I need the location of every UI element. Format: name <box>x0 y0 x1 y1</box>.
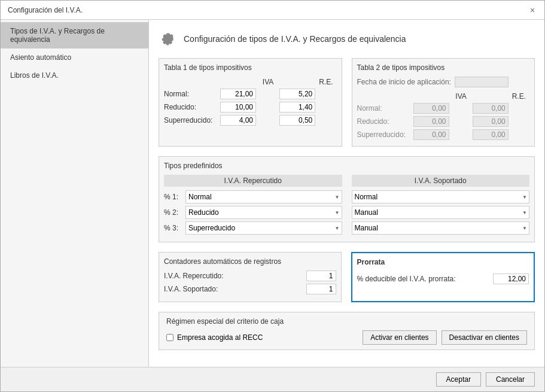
sidebar-item-libros[interactable]: Libros de I.V.A. <box>1 66 148 84</box>
window-title: Configuración del I.V.A. <box>8 6 83 14</box>
predefined-row-repercutido: % 1: NormalReducidoSuperreducidoManual <box>164 190 342 203</box>
predefined-row-soportado: NormalReducidoSuperreducidoManual <box>352 206 530 219</box>
cancel-button[interactable]: Cancelar <box>486 372 535 387</box>
sidebar-item-asiento[interactable]: Asiento automático <box>1 48 148 66</box>
tabla2-re-input[interactable] <box>473 103 509 114</box>
title-bar: Configuración del I.V.A. × <box>1 1 544 20</box>
tabla1-iva-input[interactable] <box>220 102 256 113</box>
recc-checkbox[interactable] <box>166 334 173 341</box>
recc-section: Régimen especial del criterio de caja Em… <box>159 312 535 350</box>
recc-right: Activar en clientes Desactivar en client… <box>363 330 527 345</box>
close-button[interactable]: × <box>528 5 537 15</box>
prorrata-row: % deducible del I.V.A. prorrata: <box>357 274 529 284</box>
tabla2-re-input[interactable] <box>473 129 509 140</box>
sidebar: Tipos de I.V.A. y Recargos de equivalenc… <box>1 20 149 367</box>
tabla2-table: IVA R.E. Normal: Reducido: Superreducido… <box>357 91 530 141</box>
predefined-title: Tipos predefinidos <box>164 162 529 170</box>
tabla2-row-label: Normal: <box>357 102 411 115</box>
tabla1-table: IVA R.E. Normal: Reducido: Superreducido… <box>164 77 337 127</box>
counter-row: I.V.A. Soportado: <box>164 284 336 294</box>
soportado-select[interactable]: NormalReducidoSuperreducidoManual <box>352 221 530 235</box>
predefined-row-soportado: NormalReducidoSuperreducidoManual <box>352 221 530 235</box>
repercutido-select[interactable]: NormalReducidoSuperreducidoManual <box>185 190 342 203</box>
prorrata-box: Prorrata % deducible del I.V.A. prorrata… <box>351 252 535 302</box>
tabla1-row-label: Superreducido: <box>164 114 218 127</box>
repercutido-select-wrapper: NormalReducidoSuperreducidoManual <box>185 206 342 219</box>
repercutido-select-wrapper: NormalReducidoSuperreducidoManual <box>185 221 342 235</box>
tabla2-col-re: R.E. <box>470 91 529 102</box>
deactivate-clients-button[interactable]: Desactivar en clientes <box>442 330 527 345</box>
sidebar-item-tipos-iva[interactable]: Tipos de I.V.A. y Recargos de equivalenc… <box>1 22 148 48</box>
tabla1-re-input[interactable] <box>279 89 315 99</box>
tabla2-col-iva: IVA <box>411 91 470 102</box>
tabla1-row: Superreducido: <box>164 114 337 127</box>
window-body: Tipos de I.V.A. y Recargos de equivalenc… <box>1 20 544 367</box>
predefined-col-soportado: I.V.A. Soportado NormalReducidoSuperredu… <box>352 175 530 237</box>
tabla2-iva-input[interactable] <box>413 116 449 127</box>
tabla2-row: Superreducido: <box>357 128 530 141</box>
soportado-select-wrapper: NormalReducidoSuperreducidoManual <box>352 190 530 203</box>
bottom-row: Contadores automáticos de registros I.V.… <box>159 252 535 302</box>
tabla2-row: Reducido: <box>357 115 530 128</box>
recc-title: Régimen especial del criterio de caja <box>166 317 527 326</box>
recc-checkbox-label: Empresa acogida al RECC <box>177 333 263 342</box>
section-title: Configuración de tipos de I.V.A. y Recar… <box>184 34 406 44</box>
tabla1-re-input[interactable] <box>279 102 315 113</box>
predefined-col-repercutido: I.V.A. Repercutido % 1: NormalReducidoSu… <box>164 175 342 237</box>
prorrata-title: Prorrata <box>357 258 529 266</box>
soportado-select-wrapper: NormalReducidoSuperreducidoManual <box>352 206 530 219</box>
tables-row: Tabla 1 de tipos impositivos IVA R.E. No… <box>159 58 535 147</box>
recc-left: Empresa acogida al RECC <box>166 333 263 342</box>
sidebar-item-libros-label: Libros de I.V.A. <box>10 71 59 80</box>
tabla2-title: Tabla 2 de tipos impositivos <box>357 63 530 72</box>
activate-clients-button[interactable]: Activar en clientes <box>363 330 436 345</box>
gear-icon <box>159 29 178 48</box>
tabla1-title: Tabla 1 de tipos impositivos <box>164 63 337 72</box>
soportado-select[interactable]: NormalReducidoSuperreducidoManual <box>352 206 530 219</box>
tabla2-iva-input[interactable] <box>413 103 449 114</box>
counter-row: I.V.A. Repercutido: <box>164 271 336 281</box>
sidebar-item-tipos-iva-label: Tipos de I.V.A. y Recargos de equivalenc… <box>10 27 105 44</box>
predefined-row-repercutido: % 3: NormalReducidoSuperreducidoManual <box>164 221 342 235</box>
predefined-label: % 2: <box>164 208 185 217</box>
tabla1-row: Reducido: <box>164 101 337 114</box>
tabla1-row-label: Normal: <box>164 87 218 101</box>
tabla2-row-label: Superreducido: <box>357 128 411 141</box>
tabla1-box: Tabla 1 de tipos impositivos IVA R.E. No… <box>159 58 342 147</box>
tabla1-iva-input[interactable] <box>220 115 256 126</box>
tabla2-row: Normal: <box>357 102 530 115</box>
tabla2-re-input[interactable] <box>473 116 509 127</box>
counter-input[interactable] <box>306 284 336 294</box>
predefined-label: % 3: <box>164 224 185 232</box>
tabla1-col-re: R.E. <box>277 77 336 87</box>
tabla2-row-label: Reducido: <box>357 115 411 128</box>
repercutido-select[interactable]: NormalReducidoSuperreducidoManual <box>185 221 342 235</box>
predefined-inner: I.V.A. Repercutido % 1: NormalReducidoSu… <box>164 175 529 237</box>
prorrata-input[interactable] <box>493 274 529 284</box>
predefined-col-repercutido-header: I.V.A. Repercutido <box>164 175 342 187</box>
date-label: Fecha de inicio de aplicación: <box>357 78 451 86</box>
date-input[interactable] <box>455 77 509 87</box>
predefined-row-soportado: NormalReducidoSuperreducidoManual <box>352 190 530 203</box>
accept-button[interactable]: Aceptar <box>436 372 481 387</box>
sidebar-item-asiento-label: Asiento automático <box>10 53 71 62</box>
tabla2-iva-input[interactable] <box>413 129 449 140</box>
counter-label: I.V.A. Repercutido: <box>164 272 306 280</box>
counter-label: I.V.A. Soportado: <box>164 285 306 293</box>
predefined-section: Tipos predefinidos I.V.A. Repercutido % … <box>159 156 535 242</box>
predefined-col-soportado-header: I.V.A. Soportado <box>352 175 530 187</box>
section-header: Configuración de tipos de I.V.A. y Recar… <box>159 29 535 48</box>
repercutido-select-wrapper: NormalReducidoSuperreducidoManual <box>185 190 342 203</box>
main-window: Configuración del I.V.A. × Tipos de I.V.… <box>0 0 545 392</box>
prorrata-label: % deducible del I.V.A. prorrata: <box>357 275 494 283</box>
soportado-select[interactable]: NormalReducidoSuperreducidoManual <box>352 190 530 203</box>
predefined-row-repercutido: % 2: NormalReducidoSuperreducidoManual <box>164 206 342 219</box>
repercutido-select[interactable]: NormalReducidoSuperreducidoManual <box>185 206 342 219</box>
footer: Aceptar Cancelar <box>1 367 544 391</box>
tabla1-iva-input[interactable] <box>220 89 256 99</box>
date-row: Fecha de inicio de aplicación: <box>357 77 530 87</box>
counter-input[interactable] <box>306 271 336 281</box>
tabla1-re-input[interactable] <box>279 115 315 126</box>
tabla1-col-iva: IVA <box>218 77 277 87</box>
counters-box: Contadores automáticos de registros I.V.… <box>159 252 342 302</box>
